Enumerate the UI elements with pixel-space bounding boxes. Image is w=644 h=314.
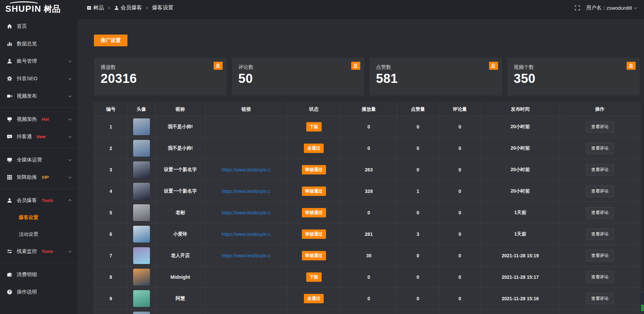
sidebar-item-视频加热[interactable]: 视频加热Hot — [0, 110, 78, 128]
logo-text-en: SHUPIN — [5, 4, 41, 13]
cell-avatar — [128, 116, 155, 138]
video-link[interactable]: https://www.iesdouyin.c — [222, 231, 271, 237]
sidebar-badge-Hot: Hot — [42, 117, 49, 122]
sidebar-item-抖音SEO[interactable]: 抖音SEO — [0, 70, 78, 87]
column-header-评论量: 评论量 — [439, 103, 481, 116]
stat-card-点赞数: 点赞数581总 — [369, 58, 502, 96]
column-header-编号: 编号 — [94, 103, 128, 116]
sidebar-subitem-爆客设置[interactable]: 爆客设置 — [0, 209, 78, 226]
cell-nickname — [155, 309, 206, 314]
cell-time: 2021-11-28 15:19 — [481, 245, 560, 266]
sidebar-item-消费明细[interactable]: 消费明细 — [0, 266, 78, 283]
sidebar-item-label: 账号管理 — [17, 58, 37, 64]
total-badge: 总 — [351, 62, 360, 70]
cell-likes: 0 — [397, 266, 439, 288]
sidebar-item-全媒体运营[interactable]: 全媒体运营 — [0, 151, 78, 168]
view-comments-button[interactable]: 查看评论 — [586, 250, 614, 261]
sidebar-item-数据总览[interactable]: 数据总览 — [0, 35, 78, 52]
cell-nickname: 设置一个新名字 — [155, 180, 206, 202]
bar-chart-icon — [7, 41, 12, 47]
sidebar-item-账号管理[interactable]: 账号管理 — [0, 52, 78, 70]
stats-row: 播放数20316总评论数50总点赞数581总视频个数350总 — [94, 58, 640, 96]
sidebar-item-视频发布[interactable]: 视频发布 — [0, 87, 78, 105]
cell-link: https://www.iesdouyin.c — [206, 245, 287, 266]
breadcrumb-item[interactable]: 树品 — [87, 4, 104, 11]
video-link[interactable]: https://www.iesdouyin.c — [222, 253, 271, 258]
cell-plays: 35 — [341, 245, 397, 266]
stat-value: 20316 — [101, 71, 220, 86]
cell-status: 审核通过 — [287, 223, 341, 245]
cell-plays: 0 — [341, 288, 397, 309]
view-comments-button[interactable]: 查看评论 — [586, 293, 614, 304]
sidebar-divider — [0, 107, 78, 108]
cell-avatar — [128, 159, 155, 180]
video-link[interactable]: https://www.iesdouyin.c — [222, 210, 271, 215]
sidebar-subitem-label: 爆客设置 — [19, 214, 38, 221]
fullscreen-icon[interactable] — [575, 5, 580, 11]
cell-status — [287, 309, 341, 314]
cell-link: https://www.iesdouyin.c — [206, 223, 287, 245]
view-comments-button[interactable]: 查看评论 — [586, 164, 614, 175]
cell-action — [560, 309, 640, 314]
user-icon — [114, 5, 119, 10]
cell-likes — [397, 309, 439, 314]
sidebar-item-线索监控[interactable]: 线索监控Tools — [0, 243, 78, 260]
table-row: 4设置一个新名字https://www.iesdouyin.c审核通过32810… — [94, 180, 640, 202]
cell-status: 下架 — [287, 116, 341, 138]
cell-time: 2021-11-28 15:17 — [481, 266, 560, 288]
avatar — [133, 247, 150, 264]
table-row — [94, 309, 640, 314]
stat-card-播放数: 播放数20316总 — [94, 58, 227, 96]
logo[interactable]: SHUPIN 树品 — [0, 0, 78, 17]
total-badge: 总 — [214, 62, 223, 70]
floating-widget[interactable] — [639, 292, 644, 313]
cell-time: 2021-11-28 15:16 — [481, 288, 560, 309]
sidebar-subitem-活动设置[interactable]: 活动设置 — [0, 226, 78, 243]
sidebar-item-操作说明[interactable]: ?操作说明 — [0, 283, 78, 301]
cell-action: 查看评论 — [560, 116, 640, 138]
column-header-操作: 操作 — [560, 103, 640, 116]
cell-likes: 3 — [397, 223, 439, 245]
view-comments-button[interactable]: 查看评论 — [586, 121, 614, 133]
user-menu[interactable]: 用户名：zswodun88 — [586, 5, 637, 11]
sidebar-item-抖客通[interactable]: 抖客通New — [0, 128, 78, 145]
column-header-点赞量: 点赞量 — [397, 103, 439, 116]
table-row: 5老彬https://www.iesdouyin.c审核通过0001天前查看评论 — [94, 202, 640, 223]
chevron-down-icon — [68, 175, 72, 178]
total-badge: 总 — [489, 62, 498, 70]
topbar-right: 用户名：zswodun88 — [575, 5, 637, 11]
stat-label: 视频个数 — [514, 64, 633, 70]
video-link[interactable]: https://www.iesdouyin.c — [222, 167, 271, 172]
promotion-settings-button[interactable]: 推广设置 — [94, 35, 127, 46]
cell-avatar — [128, 202, 155, 223]
cell-avatar — [128, 266, 155, 288]
sidebar-item-首页[interactable]: 首页 — [0, 17, 78, 35]
cell-comments: 0 — [439, 159, 481, 180]
sidebar-item-矩阵助推[interactable]: 矩阵助推VIP — [0, 168, 78, 186]
cell-plays: 263 — [341, 159, 397, 180]
total-badge: 总 — [627, 62, 636, 70]
cell-plays — [341, 309, 397, 314]
cell-status: 审核通过 — [287, 202, 341, 223]
sidebar: SHUPIN 树品 首页数据总览账号管理抖音SEO视频发布视频加热Hot抖客通N… — [0, 0, 78, 314]
view-comments-button[interactable]: 查看评论 — [586, 186, 614, 197]
view-comments-button[interactable]: 查看评论 — [586, 143, 614, 154]
breadcrumb-item[interactable]: 爆客设置 — [152, 4, 173, 11]
cell-comments: 0 — [439, 223, 481, 245]
stat-label: 评论数 — [238, 64, 358, 70]
cell-avatar — [128, 180, 155, 202]
chevron-down-icon — [68, 94, 72, 97]
table-row: 6小爱玲https://www.iesdouyin.c审核通过281301天前查… — [94, 223, 640, 245]
view-comments-button[interactable]: 查看评论 — [586, 271, 614, 283]
video-link[interactable]: https://www.iesdouyin.c — [222, 189, 271, 194]
view-comments-button[interactable]: 查看评论 — [586, 228, 614, 240]
column-header-播放量: 播放量 — [341, 103, 397, 116]
breadcrumb-item[interactable]: 会员爆客 — [114, 4, 142, 11]
cell-status: 未通过 — [287, 288, 341, 309]
status-badge: 审核通过 — [302, 187, 326, 196]
video-icon — [7, 93, 12, 99]
sidebar-item-会员爆客[interactable]: 会员爆客Tools — [0, 192, 78, 209]
chevron-down-icon — [68, 117, 72, 120]
logo-text-cn: 树品 — [44, 5, 60, 13]
view-comments-button[interactable]: 查看评论 — [586, 207, 614, 218]
